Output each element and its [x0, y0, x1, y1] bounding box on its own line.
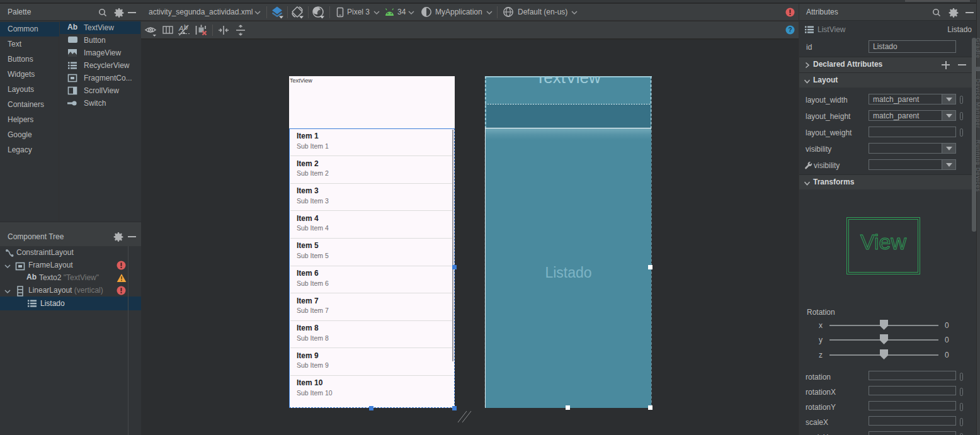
svg-text:?: ? — [788, 26, 792, 33]
